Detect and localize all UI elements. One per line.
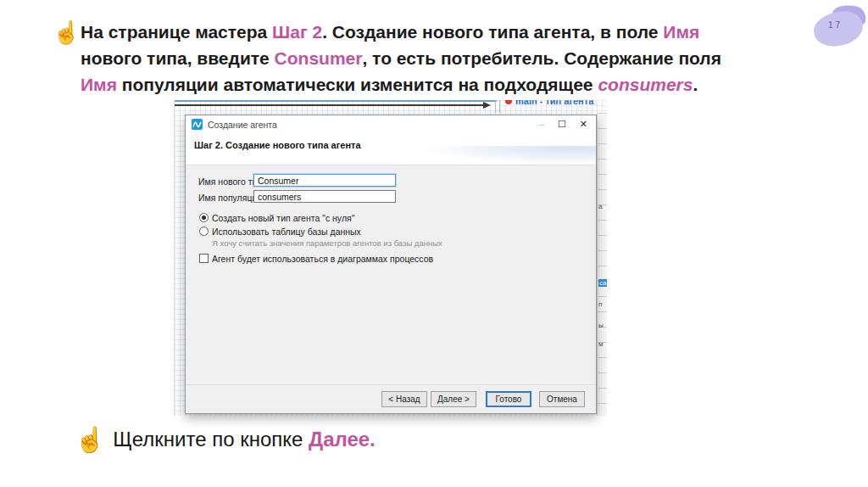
instruction-top-line2: нового типа, введите Consumer, то есть п… [81,45,756,71]
text: нового типа, введите [81,48,275,68]
editor-right-ruler: а са п ы м [597,113,607,416]
ruler-fragment: п [598,300,602,308]
dialog-footer: < Назад Далее > Готово Отмена [186,384,596,413]
pointing-hand-icon: ☝ [53,20,80,46]
next-button[interactable]: Далее > [431,391,476,407]
text: Щелкните по кнопке [113,428,309,451]
page-number-blob: 17 [807,3,868,49]
text: На странице мастера [81,22,272,42]
create-agent-dialog: Создание агента – ☐ ✕ Шаг 2. Создание но… [185,115,597,414]
step-title: Шаг 2. Создание нового типа агента [194,140,361,150]
anylogic-app-icon [192,119,203,130]
page-number: 17 [828,20,843,30]
process-diagram-checkbox[interactable] [199,254,209,263]
editor-top-line [175,100,497,102]
slide: ☝ На странице мастера Шаг 2. Создание но… [0,0,868,487]
minimize-icon[interactable]: – [539,120,544,129]
ruler-fragment-highlighted: са [598,279,607,287]
accent-consumer: Consumer [275,48,363,68]
annotation-arrow [175,104,483,106]
accent-imya: Имя [81,75,117,94]
dialog-title: Создание агента [208,120,277,130]
instruction-top-line1: На странице мастера Шаг 2. Создание ново… [81,19,756,45]
accent-imya: Имя [663,22,699,42]
accent-step2: Шаг 2 [272,22,322,42]
back-button[interactable]: < Назад [381,391,427,407]
dialog-content: Имя нового типа: Имя популяции: Создать … [186,165,596,384]
editor-panel-divider [495,100,500,113]
agent-type-label-clipped: main - тип агента [505,100,598,110]
agent-red-icon [505,100,512,104]
database-option-hint: Я хочу считать значения параметров агент… [212,238,442,248]
radio-create-from-scratch-label: Создать новый тип агента "с нуля" [212,213,354,223]
radio-create-from-scratch[interactable] [199,213,209,222]
accent-dalee: Далее. [309,428,376,451]
text: . [693,75,698,94]
radio-use-database-table[interactable] [199,227,209,236]
ruler-fragment: м [598,340,604,348]
ruler-fragment: ы [598,322,604,329]
process-diagram-checkbox-label: Агент будет использоваться в диаграммах … [212,254,433,264]
dialog-header: Шаг 2. Создание нового типа агента [186,133,596,165]
population-name-input[interactable] [253,190,396,203]
header-gradient-decoration [418,146,596,165]
cancel-button[interactable]: Отмена [539,391,585,407]
new-type-name-input[interactable] [253,174,396,187]
annotation-arrow-head [483,102,491,109]
instruction-top-line3: Имя популяции автоматически изменится на… [81,71,756,98]
dialog-titlebar[interactable]: Создание агента – ☐ ✕ [186,115,596,133]
finish-button[interactable]: Готово [486,391,531,407]
accent-consumers: consumers [598,75,693,94]
text: . Создание нового типа агента, в поле [322,22,663,42]
instruction-top: ☝ На странице мастера Шаг 2. Создание но… [53,19,756,98]
text: , то есть потребитель. Содержание поля [362,48,721,68]
instruction-bottom: ☝Щелкните по кнопке Далее. [75,425,376,454]
maximize-icon[interactable]: ☐ [558,120,566,129]
ruler-fragment: а [598,203,602,210]
pointing-hand-icon: ☝ [75,426,105,453]
close-icon[interactable]: ✕ [580,120,587,129]
text: популяции автоматически изменится на под… [117,75,598,94]
agent-type-label: main - тип агента [515,100,593,106]
radio-use-database-table-label: Использовать таблицу базы данных [212,227,361,237]
